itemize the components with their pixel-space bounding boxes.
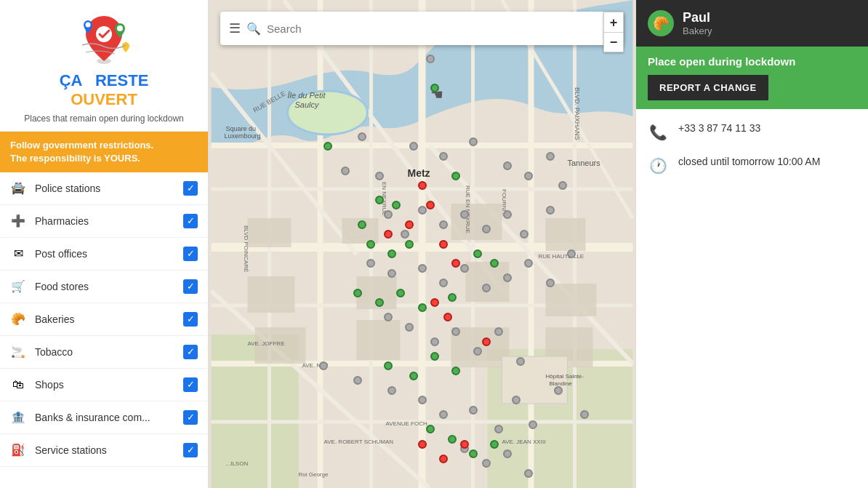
map-marker-closed[interactable] [443, 313, 452, 321]
map-marker-open[interactable] [448, 435, 457, 444]
map-marker-open[interactable] [392, 201, 401, 209]
category-item-service[interactable]: ⛽ Service stations ✓ [0, 434, 208, 467]
map-marker-open[interactable] [448, 293, 457, 302]
map-marker-open[interactable] [384, 361, 393, 370]
map-marker[interactable] [358, 132, 366, 141]
category-checkbox-bakeries[interactable]: ✓ [183, 312, 198, 327]
map-marker[interactable] [482, 284, 491, 292]
map-marker-closed[interactable] [430, 298, 439, 307]
map-marker[interactable] [494, 425, 503, 433]
map-marker-open[interactable] [473, 249, 482, 258]
category-item-bakeries[interactable]: 🥐 Bakeries ✓ [0, 303, 208, 336]
map-marker[interactable] [409, 142, 418, 151]
map-marker-open[interactable] [490, 259, 499, 268]
map-marker[interactable] [558, 181, 567, 190]
map-marker-open[interactable] [353, 289, 362, 297]
map-marker-closed[interactable] [418, 440, 427, 449]
map-marker[interactable] [341, 167, 350, 175]
map-marker-open[interactable] [426, 425, 435, 433]
map-marker[interactable] [460, 264, 469, 273]
report-change-button[interactable]: REPORT A CHANGE [648, 75, 768, 100]
search-input[interactable] [267, 23, 600, 35]
map-marker[interactable] [473, 347, 482, 356]
map-marker[interactable] [546, 279, 555, 287]
map-marker[interactable] [439, 152, 448, 161]
map-marker[interactable] [430, 337, 439, 346]
category-checkbox-pharmacies[interactable]: ✓ [183, 214, 198, 228]
map-marker[interactable] [494, 327, 503, 336]
map-marker[interactable] [387, 269, 396, 278]
category-item-shops[interactable]: 🛍 Shops ✓ [0, 369, 208, 401]
zoom-in-button[interactable]: + [603, 12, 624, 32]
map-marker-closed[interactable] [439, 240, 448, 249]
map-marker-closed[interactable] [418, 181, 427, 190]
map-marker-open[interactable] [375, 298, 384, 307]
map-marker-open[interactable] [418, 303, 427, 312]
map-marker-closed[interactable] [439, 455, 448, 463]
map-marker[interactable] [384, 313, 393, 321]
map-marker[interactable] [546, 206, 555, 215]
map-marker[interactable] [520, 230, 529, 239]
category-checkbox-food[interactable]: ✓ [183, 279, 198, 294]
category-checkbox-tobacco[interactable]: ✓ [183, 345, 198, 359]
map-marker-closed[interactable] [384, 230, 393, 239]
map-marker[interactable] [418, 396, 427, 404]
map-marker[interactable] [567, 249, 576, 258]
map-marker[interactable] [503, 273, 512, 282]
map-marker[interactable] [482, 459, 491, 468]
map-marker[interactable] [460, 210, 469, 219]
map-marker[interactable] [524, 259, 533, 268]
menu-icon[interactable]: ☰ [229, 20, 241, 36]
map-marker[interactable] [503, 449, 512, 458]
category-item-tobacco[interactable]: 🚬 Tobacco ✓ [0, 336, 208, 369]
map-marker-open[interactable] [324, 142, 332, 151]
category-checkbox-police[interactable]: ✓ [183, 181, 198, 196]
map-marker[interactable] [451, 327, 460, 336]
map-marker-open[interactable] [469, 449, 478, 458]
map-marker[interactable] [554, 386, 563, 395]
map-marker[interactable] [401, 230, 409, 239]
map-marker[interactable] [482, 225, 491, 233]
map-marker[interactable] [516, 357, 525, 366]
map-marker[interactable] [546, 152, 555, 161]
map-marker[interactable] [426, 55, 435, 63]
category-checkbox-post[interactable]: ✓ [183, 247, 198, 261]
map-marker[interactable] [353, 376, 362, 385]
map-marker[interactable] [580, 410, 589, 419]
map-marker[interactable] [384, 210, 393, 219]
map-marker[interactable] [469, 406, 478, 415]
map-marker-open[interactable] [366, 240, 375, 249]
category-checkbox-service[interactable]: ✓ [183, 443, 198, 457]
map-marker-closed[interactable] [482, 337, 491, 346]
map-marker-open[interactable] [451, 367, 460, 375]
map-marker[interactable] [418, 206, 427, 215]
map-marker[interactable] [524, 172, 533, 180]
category-item-pharmacies[interactable]: ➕ Pharmacies ✓ [0, 205, 208, 238]
map-marker-open[interactable] [405, 240, 414, 249]
map-marker-open[interactable] [358, 220, 366, 229]
map-marker[interactable] [524, 469, 533, 478]
map-marker[interactable] [387, 386, 396, 395]
map-marker-closed[interactable] [405, 220, 414, 229]
map-marker[interactable] [439, 220, 448, 229]
map-marker[interactable] [375, 172, 384, 180]
map-marker-open[interactable] [409, 372, 418, 380]
map-marker-open[interactable] [396, 289, 405, 297]
map-marker[interactable] [439, 410, 448, 419]
category-item-post[interactable]: ✉ Post offices ✓ [0, 238, 208, 271]
map-marker[interactable] [405, 323, 414, 332]
map-marker-open[interactable] [375, 196, 384, 204]
zoom-out-button[interactable]: − [603, 32, 624, 52]
map-marker[interactable] [439, 279, 448, 287]
category-checkbox-shops[interactable]: ✓ [183, 377, 198, 392]
map-marker[interactable] [418, 264, 427, 273]
map-marker-open[interactable] [430, 352, 439, 361]
map-marker[interactable] [512, 396, 521, 404]
map-marker[interactable] [503, 161, 512, 170]
category-item-food[interactable]: 🛒 Food stores ✓ [0, 271, 208, 303]
map-marker[interactable] [529, 420, 537, 429]
map-marker-open[interactable] [387, 249, 396, 258]
map-marker[interactable] [503, 210, 512, 219]
map-marker[interactable] [366, 259, 375, 268]
map-marker-open[interactable] [490, 440, 499, 449]
